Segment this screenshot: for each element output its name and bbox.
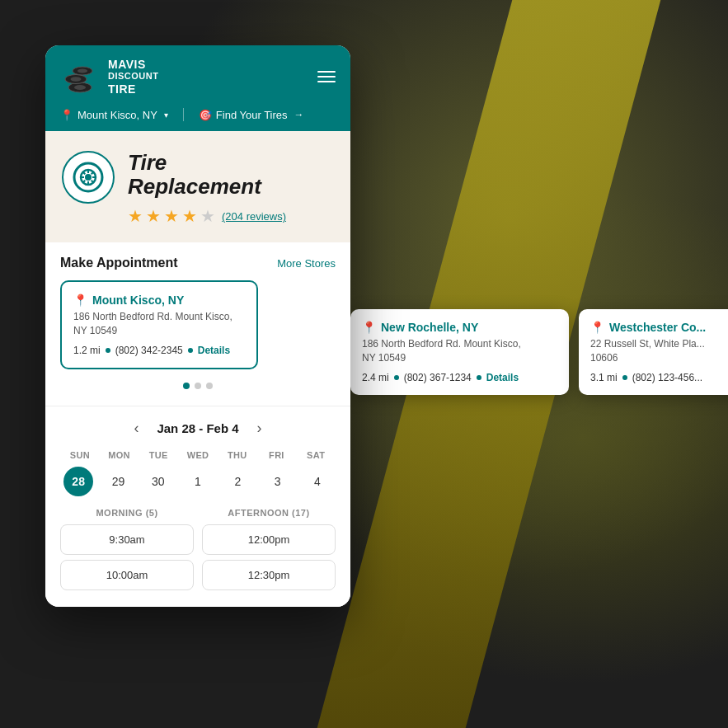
peek-card-title-1: 📍 New Rochelle, NY [362, 321, 557, 334]
day-label-tue: TUE [139, 450, 178, 460]
star-3: ★ [164, 206, 179, 226]
day-cell-4[interactable]: 4 [303, 467, 332, 496]
logo-icon [60, 57, 100, 96]
appointment-title: Make Appointment [60, 256, 178, 270]
time-slot-1230[interactable]: 12:30pm [202, 560, 336, 590]
arrow-right-icon: → [294, 109, 304, 120]
day-label-sun: SUN [60, 450, 100, 460]
time-slot-930[interactable]: 9:30am [60, 524, 194, 555]
peek-card-meta-1: 2.4 mi (802) 367-1234 Details [362, 372, 557, 383]
calendar-section: ‹ Jan 28 - Feb 4 › SUN MON TUE WED THU F… [45, 406, 350, 607]
svg-point-8 [85, 174, 92, 181]
day-label-wed: WED [178, 450, 218, 460]
phone-frame: MAVIS DISCOUNT TIRE 📍 Mount Kisco, NY ▾ … [45, 45, 350, 607]
day-label-mon: MON [100, 450, 139, 460]
logo-text: MAVIS DISCOUNT TIRE [108, 58, 158, 96]
stores-carousel: 📍 Mount Kisco, NY 186 North Bedford Rd. … [60, 280, 336, 369]
peek-card-new-rochelle[interactable]: 📍 New Rochelle, NY 186 North Bedford Rd.… [350, 309, 569, 395]
peek-card-westchester[interactable]: 📍 Westchester Co... 22 Russell St, White… [579, 309, 728, 395]
location-selector[interactable]: 📍 Mount Kisco, NY ▾ [45, 109, 183, 121]
afternoon-label: AFTERNOON (17) [202, 508, 336, 518]
svg-point-1 [74, 85, 86, 90]
day-cell-3[interactable]: 3 [263, 467, 293, 496]
logo-area: MAVIS DISCOUNT TIRE [60, 57, 158, 96]
svg-line-16 [83, 181, 86, 183]
store-name-0: 📍 Mount Kisco, NY [73, 294, 245, 307]
svg-point-3 [71, 77, 82, 82]
service-icon-circle [62, 151, 115, 204]
service-hero: Tire Replacement ★ ★ ★ ★ ★ (204 reviews) [45, 131, 350, 242]
find-tires-link[interactable]: 🎯 Find Your Tires → [184, 109, 319, 121]
location-bar: 📍 Mount Kisco, NY ▾ 🎯 Find Your Tires → [45, 108, 350, 131]
carousel-dot-2[interactable] [206, 383, 213, 389]
day-cell-30[interactable]: 30 [143, 467, 173, 496]
store-card-0[interactable]: 📍 Mount Kisco, NY 186 North Bedford Rd. … [60, 280, 258, 369]
day-cell-1[interactable]: 1 [183, 467, 213, 496]
carousel-dots [60, 378, 336, 392]
day-cell-2[interactable]: 2 [223, 467, 252, 496]
day-label-sat: SAT [296, 450, 336, 460]
calendar-next-button[interactable]: › [252, 418, 267, 439]
morning-label: MORNING (5) [60, 508, 194, 518]
day-cell-29[interactable]: 29 [103, 467, 133, 496]
service-info: Tire Replacement ★ ★ ★ ★ ★ (204 reviews) [128, 151, 286, 226]
stores-track: 📍 Mount Kisco, NY 186 North Bedford Rd. … [60, 280, 336, 369]
find-tires-text: Find Your Tires [216, 109, 288, 121]
reviews-link[interactable]: (204 reviews) [222, 210, 286, 223]
calendar-prev-button[interactable]: ‹ [129, 418, 143, 439]
appointment-header: Make Appointment More Stores [60, 256, 336, 270]
peek-card-title-2: 📍 Westchester Co... [590, 321, 728, 334]
location-pin-icon: 📍 [60, 109, 73, 121]
store-details-link-0[interactable]: Details [198, 345, 230, 356]
svg-line-13 [83, 172, 86, 175]
peek-card-address-2: 22 Russell St, White Pla...10606 [590, 337, 728, 365]
day-label-fri: FRI [257, 450, 297, 460]
carousel-dot-0[interactable] [183, 383, 190, 389]
store-dot-0 [106, 348, 110, 353]
peek-pin-icon-2: 📍 [590, 321, 604, 334]
service-title: Tire Replacement [128, 151, 286, 198]
day-cell-28[interactable]: 28 [63, 467, 93, 496]
peek-cards-container: 📍 New Rochelle, NY 186 North Bedford Rd.… [350, 309, 728, 395]
peek-card-meta-2: 3.1 mi (802) 123-456... [590, 372, 728, 383]
peek-card-address-1: 186 North Bedford Rd. Mount Kisco,NY 105… [362, 337, 557, 365]
store-meta-0: 1.2 mi (802) 342-2345 Details [73, 345, 245, 356]
store-address-0: 186 North Bedford Rd. Mount Kisco,NY 105… [73, 310, 245, 338]
svg-line-14 [92, 181, 94, 183]
peek-dot-2 [622, 375, 627, 380]
days-grid: 28 29 30 1 2 3 4 [60, 467, 336, 496]
appointment-section: Make Appointment More Stores 📍 Mount Kis… [45, 242, 350, 406]
days-header: SUN MON TUE WED THU FRI SAT [60, 450, 336, 460]
store-pin-icon-0: 📍 [73, 294, 87, 307]
location-text: Mount Kisco, NY [77, 109, 157, 121]
store-dot-0b [188, 348, 193, 353]
calendar-nav: ‹ Jan 28 - Feb 4 › [60, 418, 336, 439]
svg-point-5 [77, 69, 87, 73]
afternoon-column: AFTERNOON (17) 12:00pm 12:30pm [202, 508, 336, 595]
chevron-down-icon: ▾ [164, 110, 168, 120]
app-header: MAVIS DISCOUNT TIRE [45, 45, 350, 108]
morning-column: MORNING (5) 9:30am 10:00am [60, 508, 194, 595]
time-slot-1000[interactable]: 10:00am [60, 560, 194, 590]
day-label-thu: THU [218, 450, 257, 460]
star-1: ★ [128, 206, 143, 226]
carousel-dot-1[interactable] [195, 383, 201, 389]
target-icon: 🎯 [199, 109, 212, 121]
calendar-date-range: Jan 28 - Feb 4 [157, 421, 238, 435]
peek-dot-1b [477, 375, 481, 380]
time-slot-1200[interactable]: 12:00pm [202, 524, 336, 555]
stars-row: ★ ★ ★ ★ ★ (204 reviews) [128, 206, 286, 226]
star-2: ★ [146, 206, 161, 226]
star-4: ★ [182, 206, 197, 226]
hamburger-menu[interactable] [317, 71, 336, 82]
star-5: ★ [200, 206, 215, 226]
more-stores-link[interactable]: More Stores [277, 257, 336, 270]
peek-pin-icon-1: 📍 [362, 321, 376, 334]
svg-line-15 [92, 172, 94, 175]
peek-details-link-1[interactable]: Details [486, 372, 519, 383]
peek-dot-1 [394, 375, 399, 380]
time-sections: MORNING (5) 9:30am 10:00am AFTERNOON (17… [60, 508, 336, 595]
